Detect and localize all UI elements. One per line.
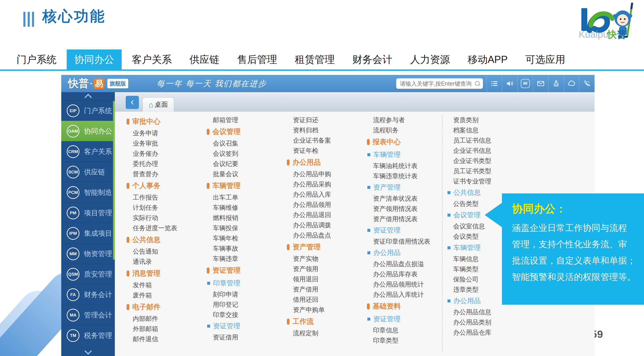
menu-item[interactable]: 办公用品盘点 [287,230,367,240]
menu-item[interactable]: 办公用品盘点损溢 [367,259,447,269]
menu-item[interactable]: 办公用品信息 [447,307,527,317]
menu-item[interactable]: 批量会议 [207,169,287,179]
menu-item[interactable]: 业务催办 [126,149,207,159]
menu-item[interactable]: 车辆投保 [207,223,287,233]
menu-item[interactable]: 业务审批 [126,138,207,149]
menu-item[interactable]: 资证归还 [287,115,367,125]
menu-item[interactable]: 借用还回 [287,294,367,305]
im-icon[interactable]: IM [518,75,533,92]
menu-item[interactable]: 车辆违章统计表 [367,171,447,181]
sidebar-scroll-down[interactable] [61,348,115,356]
menu-section-header[interactable]: 基础资料 [367,300,447,313]
menu-item[interactable]: 员工证书类型 [447,166,527,176]
menu-item[interactable]: 会议召集 [207,138,287,149]
menu-item[interactable]: 业务申请 [126,128,207,138]
menu-item[interactable]: 档案信息 [447,125,527,135]
menu-item[interactable]: 印章类型 [367,335,447,345]
tab-4[interactable]: 供应链 [182,50,227,70]
menu-item[interactable]: 资产领用情况表 [367,204,447,214]
menu-item[interactable]: 办公用品调拨 [287,220,367,230]
tab-3[interactable]: 客户关系 [124,50,179,70]
menu-item[interactable]: 流程参与者 [367,115,447,125]
menu-subsection-header[interactable]: 资证管理 [207,320,287,332]
tab-8[interactable]: 人力资源 [402,50,458,70]
menu-item[interactable]: 资证印章借用情况表 [367,236,447,247]
menu-item[interactable]: 委托办理 [126,159,207,169]
cloud-icon[interactable] [564,75,579,92]
menu-subsection-header[interactable]: 资证管理 [367,224,447,236]
menu-item[interactable]: 用印登记 [207,299,287,310]
menu-item[interactable]: 领用退回 [287,274,367,284]
menu-subsection-header[interactable]: 资产管理 [367,181,447,193]
menu-item[interactable]: 办公用品入库 [287,189,367,200]
menu-item[interactable]: 办公用品仓库 [447,327,527,337]
menu-item[interactable]: 办公用品采购 [287,179,367,189]
sidebar-item-crm[interactable]: CRM客户关系 [61,141,115,162]
menu-item[interactable]: 车辆维修 [207,203,287,213]
menu-section-header[interactable]: 会议管理 [207,125,287,138]
speaker-icon[interactable] [502,75,518,92]
menu-item[interactable]: 流程定制 [287,328,367,338]
sidebar-scroll-up[interactable] [61,92,115,100]
menu-section-header[interactable]: 电子邮件 [126,300,207,313]
menu-item[interactable]: 办公用品领用统计 [367,279,447,289]
menu-subsection-header[interactable]: 车辆管理 [367,149,447,161]
desktop-tab[interactable]: ⌂ 桌面 [142,97,174,112]
menu-item[interactable]: 督查督办 [126,169,207,179]
tab-9[interactable]: 移动APP [460,50,515,70]
menu-item[interactable]: 资产清单状况表 [367,193,447,204]
menu-item[interactable]: 邮件退信 [126,334,207,344]
search-icon[interactable] [475,81,480,86]
menu-item[interactable]: 会议纪要 [207,159,287,169]
tab-1[interactable]: 门户系统 [9,50,64,70]
phone-icon[interactable] [579,75,594,92]
sidebar-item-pm[interactable]: PM项目管理 [61,203,115,223]
menu-item[interactable]: 通讯录 [126,257,207,267]
mail-icon[interactable] [533,75,548,92]
sidebar-item-qsm[interactable]: QSM质安管理 [61,264,115,284]
menu-section-header[interactable]: 个人事务 [126,179,207,192]
sidebar-scrollbar[interactable] [113,101,115,260]
menu-subsection-header[interactable]: 资证管理 [367,313,447,325]
menu-subsection-header[interactable]: 办公用品 [367,247,447,259]
sidebar-item-ipm[interactable]: IPM集成项目 [61,223,115,243]
menu-item[interactable]: 车辆事故 [207,243,287,254]
sidebar-item-pcm[interactable]: PCM智能制造 [61,182,115,203]
menu-section-header[interactable]: 资产管理 [287,240,367,254]
menu-item[interactable]: 资产借用 [287,284,367,294]
menu-item[interactable]: 资料归档 [287,125,367,135]
menu-section-header[interactable]: 消息管理 [126,267,207,280]
sidebar-item-oam[interactable]: OAM协同办公 [61,121,115,141]
menu-item[interactable]: 资质类别 [447,115,527,125]
menu-item[interactable]: 外部邮箱 [126,324,207,334]
menu-section-header[interactable]: 公共信息 [126,233,207,246]
menu-section-header[interactable]: 审批中心 [126,115,207,128]
menu-item[interactable]: 邮箱管理 [207,115,287,125]
search-input[interactable] [400,80,475,87]
menu-section-header[interactable]: 工作流 [287,315,367,328]
menu-item[interactable]: 任务进度一览表 [126,223,207,233]
menu-item[interactable]: 废件箱 [126,290,207,300]
tab-2[interactable]: 协同办公 [67,50,122,70]
tab-6[interactable]: 租赁管理 [287,50,342,70]
sidebar-item-fa[interactable]: FA财务会计 [61,284,115,305]
menu-item[interactable]: 印章信息 [367,325,447,335]
menu-item[interactable]: 员工证书信息 [447,135,527,146]
menu-item[interactable]: 办公用品退回 [287,210,367,220]
menu-item[interactable]: 资产实物 [287,254,367,264]
sidebar-item-eip[interactable]: EIP门户系统 [61,100,115,121]
menu-section-header[interactable]: 报表中心 [367,135,447,149]
sidebar-item-scm[interactable]: SCM供应链 [61,162,115,182]
menu-item[interactable]: 资产借用情况表 [367,214,447,224]
menu-item[interactable]: 车辆年检 [207,233,287,243]
menu-item[interactable]: 资证年检 [287,146,367,156]
menu-item[interactable]: 燃料报销 [207,213,287,223]
menu-item[interactable]: 实际行动 [126,213,207,223]
menu-item[interactable]: 计划任务 [126,203,207,213]
menu-item[interactable]: 办公用品库存表 [367,269,447,279]
menu-section-header[interactable]: 办公用品 [287,156,367,169]
menu-item[interactable]: 办公用品申购 [287,169,367,179]
menu-item[interactable]: 办公用品领用 [287,200,367,210]
menu-item[interactable]: 资证借用 [207,332,287,342]
menu-item[interactable]: 会议签到 [207,149,287,159]
